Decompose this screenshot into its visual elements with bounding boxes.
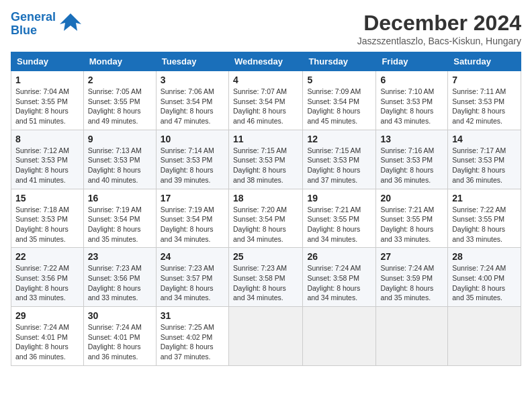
day-detail: Sunrise: 7:15 AMSunset: 3:53 PMDaylight:…: [233, 146, 287, 184]
day-detail: Sunrise: 7:23 AMSunset: 3:56 PMDaylight:…: [88, 264, 142, 302]
calendar-cell: 11Sunrise: 7:15 AMSunset: 3:53 PMDayligh…: [228, 130, 302, 189]
day-detail: Sunrise: 7:16 AMSunset: 3:53 PMDaylight:…: [380, 146, 434, 184]
day-detail: Sunrise: 7:24 AMSunset: 4:01 PMDaylight:…: [15, 323, 69, 361]
day-detail: Sunrise: 7:14 AMSunset: 3:53 PMDaylight:…: [161, 146, 214, 184]
calendar-cell: 27Sunrise: 7:24 AMSunset: 3:59 PMDayligh…: [376, 248, 448, 307]
day-number: 21: [452, 193, 517, 203]
day-number: 2: [88, 75, 152, 85]
day-detail: Sunrise: 7:24 AMSunset: 4:00 PMDaylight:…: [452, 264, 506, 302]
day-detail: Sunrise: 7:04 AMSunset: 3:55 PMDaylight:…: [15, 87, 69, 125]
svg-marker-0: [60, 13, 81, 31]
day-detail: Sunrise: 7:06 AMSunset: 3:54 PMDaylight:…: [161, 87, 214, 125]
day-number: 4: [233, 75, 298, 85]
day-number: 15: [15, 193, 79, 203]
calendar-cell: 26Sunrise: 7:24 AMSunset: 3:58 PMDayligh…: [303, 248, 376, 307]
day-detail: Sunrise: 7:25 AMSunset: 4:02 PMDaylight:…: [161, 323, 214, 361]
calendar-cell: 25Sunrise: 7:23 AMSunset: 3:58 PMDayligh…: [228, 248, 302, 307]
day-number: 6: [380, 75, 443, 85]
day-detail: Sunrise: 7:18 AMSunset: 3:53 PMDaylight:…: [15, 205, 69, 243]
calendar-body: 1Sunrise: 7:04 AMSunset: 3:55 PMDaylight…: [11, 71, 521, 366]
day-number: 30: [88, 310, 152, 321]
day-number: 10: [161, 134, 224, 144]
title-block: December 2024 Jaszszentlaszlo, Bacs-Kisk…: [357, 11, 521, 46]
day-detail: Sunrise: 7:21 AMSunset: 3:55 PMDaylight:…: [380, 205, 434, 243]
day-number: 3: [161, 75, 224, 85]
day-number: 8: [15, 134, 79, 144]
calendar-cell: 31Sunrise: 7:25 AMSunset: 4:02 PMDayligh…: [156, 307, 228, 366]
calendar-table: SundayMondayTuesdayWednesdayThursdayFrid…: [11, 52, 521, 366]
location-subtitle: Jaszszentlaszlo, Bacs-Kiskun, Hungary: [357, 36, 521, 46]
day-detail: Sunrise: 7:11 AMSunset: 3:53 PMDaylight:…: [452, 87, 506, 125]
calendar-cell: 3Sunrise: 7:06 AMSunset: 3:54 PMDaylight…: [156, 71, 228, 130]
header-thursday: Thursday: [303, 52, 376, 71]
day-number: 20: [380, 193, 443, 203]
day-number: 31: [161, 310, 224, 321]
month-title: December 2024: [357, 11, 521, 36]
day-number: 18: [233, 193, 298, 203]
header-monday: Monday: [83, 52, 156, 71]
calendar-cell: 17Sunrise: 7:19 AMSunset: 3:54 PMDayligh…: [156, 189, 228, 248]
header-sunday: Sunday: [11, 52, 84, 71]
calendar-cell: 18Sunrise: 7:20 AMSunset: 3:54 PMDayligh…: [228, 189, 302, 248]
calendar-week-5: 29Sunrise: 7:24 AMSunset: 4:01 PMDayligh…: [11, 307, 521, 366]
calendar-week-4: 22Sunrise: 7:22 AMSunset: 3:56 PMDayligh…: [11, 248, 521, 307]
day-detail: Sunrise: 7:24 AMSunset: 4:01 PMDaylight:…: [88, 323, 142, 361]
calendar-week-1: 1Sunrise: 7:04 AMSunset: 3:55 PMDaylight…: [11, 71, 521, 130]
day-detail: Sunrise: 7:13 AMSunset: 3:53 PMDaylight:…: [88, 146, 142, 184]
day-number: 11: [233, 134, 298, 144]
day-number: 1: [15, 75, 79, 85]
calendar-cell: 5Sunrise: 7:09 AMSunset: 3:54 PMDaylight…: [303, 71, 376, 130]
day-detail: Sunrise: 7:24 AMSunset: 3:59 PMDaylight:…: [380, 264, 434, 302]
header-friday: Friday: [376, 52, 448, 71]
day-number: 7: [452, 75, 517, 85]
day-number: 26: [307, 251, 371, 262]
calendar-cell: 24Sunrise: 7:23 AMSunset: 3:57 PMDayligh…: [156, 248, 228, 307]
calendar-cell: 15Sunrise: 7:18 AMSunset: 3:53 PMDayligh…: [11, 189, 84, 248]
day-detail: Sunrise: 7:12 AMSunset: 3:53 PMDaylight:…: [15, 146, 69, 184]
day-detail: Sunrise: 7:19 AMSunset: 3:54 PMDaylight:…: [88, 205, 142, 243]
calendar-cell: [228, 307, 302, 366]
logo: GeneralBlue: [11, 11, 83, 38]
calendar-cell: 28Sunrise: 7:24 AMSunset: 4:00 PMDayligh…: [448, 248, 521, 307]
calendar-cell: 12Sunrise: 7:15 AMSunset: 3:53 PMDayligh…: [303, 130, 376, 189]
calendar-cell: 21Sunrise: 7:22 AMSunset: 3:55 PMDayligh…: [448, 189, 521, 248]
calendar-cell: 2Sunrise: 7:05 AMSunset: 3:55 PMDaylight…: [83, 71, 156, 130]
calendar-cell: [376, 307, 448, 366]
calendar-cell: 4Sunrise: 7:07 AMSunset: 3:54 PMDaylight…: [228, 71, 302, 130]
day-detail: Sunrise: 7:19 AMSunset: 3:54 PMDaylight:…: [161, 205, 214, 243]
calendar-header-row: SundayMondayTuesdayWednesdayThursdayFrid…: [11, 52, 521, 71]
day-detail: Sunrise: 7:24 AMSunset: 3:58 PMDaylight:…: [307, 264, 361, 302]
calendar-cell: [448, 307, 521, 366]
day-number: 14: [452, 134, 517, 144]
day-detail: Sunrise: 7:20 AMSunset: 3:54 PMDaylight:…: [233, 205, 287, 243]
day-detail: Sunrise: 7:22 AMSunset: 3:56 PMDaylight:…: [15, 264, 69, 302]
day-number: 25: [233, 251, 298, 262]
calendar-cell: 22Sunrise: 7:22 AMSunset: 3:56 PMDayligh…: [11, 248, 84, 307]
calendar-week-2: 8Sunrise: 7:12 AMSunset: 3:53 PMDaylight…: [11, 130, 521, 189]
day-detail: Sunrise: 7:21 AMSunset: 3:55 PMDaylight:…: [307, 205, 361, 243]
logo-text: GeneralBlue: [11, 11, 56, 38]
calendar-cell: 8Sunrise: 7:12 AMSunset: 3:53 PMDaylight…: [11, 130, 84, 189]
day-detail: Sunrise: 7:15 AMSunset: 3:53 PMDaylight:…: [307, 146, 361, 184]
day-number: 28: [452, 251, 517, 262]
day-detail: Sunrise: 7:10 AMSunset: 3:53 PMDaylight:…: [380, 87, 434, 125]
day-detail: Sunrise: 7:23 AMSunset: 3:58 PMDaylight:…: [233, 264, 287, 302]
day-detail: Sunrise: 7:09 AMSunset: 3:54 PMDaylight:…: [307, 87, 361, 125]
calendar-cell: 29Sunrise: 7:24 AMSunset: 4:01 PMDayligh…: [11, 307, 84, 366]
calendar-cell: 14Sunrise: 7:17 AMSunset: 3:53 PMDayligh…: [448, 130, 521, 189]
calendar-cell: 30Sunrise: 7:24 AMSunset: 4:01 PMDayligh…: [83, 307, 156, 366]
day-number: 12: [307, 134, 371, 144]
day-detail: Sunrise: 7:07 AMSunset: 3:54 PMDaylight:…: [233, 87, 287, 125]
day-number: 24: [161, 251, 224, 262]
calendar-cell: 6Sunrise: 7:10 AMSunset: 3:53 PMDaylight…: [376, 71, 448, 130]
calendar-week-3: 15Sunrise: 7:18 AMSunset: 3:53 PMDayligh…: [11, 189, 521, 248]
header-tuesday: Tuesday: [156, 52, 228, 71]
day-number: 23: [88, 251, 152, 262]
day-number: 19: [307, 193, 371, 203]
calendar-cell: [303, 307, 376, 366]
calendar-cell: 13Sunrise: 7:16 AMSunset: 3:53 PMDayligh…: [376, 130, 448, 189]
day-number: 17: [161, 193, 224, 203]
calendar-cell: 1Sunrise: 7:04 AMSunset: 3:55 PMDaylight…: [11, 71, 84, 130]
calendar-cell: 9Sunrise: 7:13 AMSunset: 3:53 PMDaylight…: [83, 130, 156, 189]
header-wednesday: Wednesday: [228, 52, 302, 71]
